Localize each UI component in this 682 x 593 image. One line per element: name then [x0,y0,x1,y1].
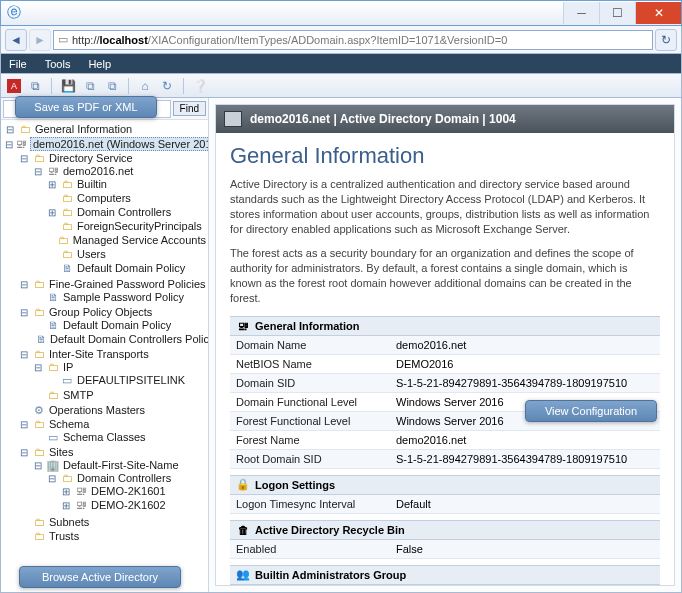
site-icon: 🏢 [46,459,60,471]
property-name: Domain Functional Level [230,392,390,411]
tree-item[interactable]: IP [63,361,73,373]
expand-icon[interactable]: ⊟ [19,279,29,290]
expand-icon[interactable]: ⊟ [47,473,57,484]
expand-icon[interactable]: ⊟ [5,139,13,150]
expand-icon[interactable]: ⊟ [33,362,43,373]
refresh-button[interactable]: ↻ [655,29,677,51]
tree-item[interactable]: DEMO-2K1602 [91,499,166,511]
property-name: Forest Name [230,430,390,449]
expand-icon[interactable]: ⊟ [19,307,29,318]
expand-icon[interactable]: ⊞ [61,486,71,497]
home-icon[interactable]: ⌂ [137,78,153,94]
tree-item[interactable]: DEMO-2K1601 [91,485,166,497]
window-maximize-button[interactable]: ☐ [599,2,635,24]
tree-item[interactable]: Default Domain Controllers Policy [50,333,208,345]
tree-item[interactable]: ForeignSecurityPrincipals [77,220,202,232]
tree-item[interactable]: Default-First-Site-Name [63,459,179,471]
tree-item[interactable]: Schema Classes [63,431,146,443]
tree-sites[interactable]: Sites [49,446,73,458]
property-value: S-1-5-21-894279891-3564394789-1809197510 [390,449,660,468]
roles-icon: ⚙ [32,404,46,416]
tree-item[interactable]: Sample Password Policy [63,291,184,303]
menu-tools[interactable]: Tools [45,58,71,70]
table-row: Logon Timesync IntervalDefault [230,495,660,514]
tree-domain-root[interactable]: demo2016.net (Windows Server 2016) [30,137,208,151]
tree-general-info[interactable]: General Information [35,123,132,135]
tree-schema[interactable]: Schema [49,418,89,430]
menu-help[interactable]: Help [88,58,111,70]
page-title: General Information [230,143,660,169]
tree-item[interactable]: Default Domain Policy [63,319,171,331]
folder-icon: 🗀 [60,472,74,484]
xml-icon[interactable]: ⧉ [27,78,43,94]
section-title: General Information [255,320,360,332]
compare-icon[interactable]: ⧉ [82,78,98,94]
tree-item[interactable]: Domain Controllers [77,206,171,218]
property-name: NetBIOS Name [230,354,390,373]
tree-trusts[interactable]: Trusts [49,530,79,542]
expand-icon[interactable]: ⊟ [19,447,29,458]
policy-icon: 🗎 [36,333,47,345]
tree-item[interactable]: Default Domain Policy [77,262,185,274]
intro-paragraph-2: The forest acts as a security boundary f… [230,246,660,305]
tree-fgpp[interactable]: Fine-Grained Password Policies [49,278,206,290]
link-icon: ▭ [60,374,74,386]
expand-icon[interactable]: ⊟ [19,419,29,430]
tree-item[interactable]: SMTP [63,389,94,401]
server-icon: 🖳 [16,138,27,150]
tree-directory-service[interactable]: Directory Service [49,152,133,164]
address-bar[interactable]: ▭ http://localhost/XIAConfiguration/Item… [53,30,653,50]
page-icon: ▭ [58,33,68,46]
window-minimize-button[interactable]: ─ [563,2,599,24]
forward-button[interactable]: ► [29,29,51,51]
tree-item[interactable]: Domain Controllers [77,472,171,484]
refresh-icon[interactable]: ↻ [159,78,175,94]
expand-icon[interactable]: ⊟ [33,460,43,471]
table-row: EnabledFalse [230,540,660,559]
crumb-domain: demo2016.net [250,112,330,126]
property-name: Logon Timesync Interval [230,495,390,514]
help-icon[interactable]: ❔ [192,78,208,94]
tree-opmasters[interactable]: Operations Masters [49,404,145,416]
expand-icon[interactable]: ⊟ [19,349,29,360]
policy-icon: 🗎 [46,319,60,331]
expand-icon[interactable]: ⊟ [19,153,29,164]
tree-item[interactable]: Computers [77,192,131,204]
url-path: /XIAConfiguration/ItemTypes/ADDomain.asp… [148,34,508,46]
expand-icon[interactable]: ⊟ [33,166,43,177]
content-pane: demo2016.net | Active Directory Domain |… [209,98,681,592]
back-button[interactable]: ◄ [5,29,27,51]
folder-icon: 🗀 [32,446,46,458]
pdf-icon[interactable]: A [7,79,21,93]
folder-icon: 🗀 [32,516,46,528]
save-icon[interactable]: 💾 [60,78,76,94]
tree-item[interactable]: Builtin [77,178,107,190]
menu-file[interactable]: File [9,58,27,70]
tree-item[interactable]: DEFAULTIPSITELINK [77,374,185,386]
versions-icon[interactable]: ⧉ [104,78,120,94]
expand-icon[interactable]: ⊞ [47,179,57,190]
tree-domain[interactable]: demo2016.net [63,165,133,177]
tree-item[interactable]: Managed Service Accounts [73,234,206,246]
folder-icon: 🗀 [32,306,46,318]
crumb-type: Active Directory Domain [340,112,479,126]
find-button[interactable]: Find [173,101,206,116]
folder-icon: 🗀 [32,348,46,360]
property-name: Forest Functional Level [230,411,390,430]
tree-gpo[interactable]: Group Policy Objects [49,306,152,318]
property-name: Root Domain SID [230,449,390,468]
expand-icon[interactable]: ⊞ [47,207,57,218]
expand-icon[interactable]: ⊟ [5,124,15,135]
tree-subnets[interactable]: Subnets [49,516,89,528]
callout-save: Save as PDF or XML [15,96,157,118]
table-row: NetBIOS NameDEMO2016 [230,354,660,373]
tree[interactable]: ⊟🗀General Information ⊟🖳demo2016.net (Wi… [1,120,208,592]
property-name: Name [230,585,390,586]
table-row: Domain SIDS-1-5-21-894279891-3564394789-… [230,373,660,392]
sidebar: Save as PDF or XML Find ⊟🗀General Inform… [1,98,209,592]
window-close-button[interactable]: ✕ [635,2,681,24]
tree-intersite[interactable]: Inter-Site Transports [49,348,149,360]
callout-view-config: View Configuration [525,400,657,422]
expand-icon[interactable]: ⊞ [61,500,71,511]
tree-item[interactable]: Users [77,248,106,260]
